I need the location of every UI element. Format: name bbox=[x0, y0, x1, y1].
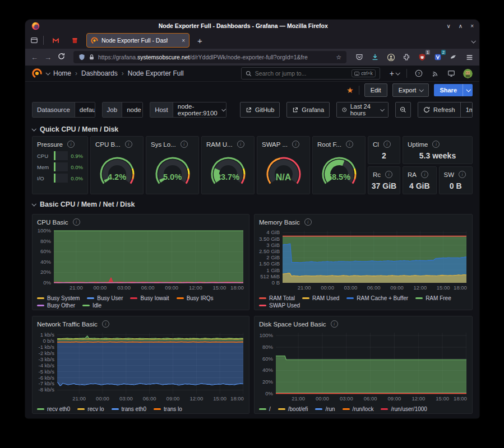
legend-item[interactable]: recv lo bbox=[77, 406, 104, 412]
info-icon[interactable]: i bbox=[73, 218, 80, 226]
grafana-link-button[interactable]: Grafana bbox=[286, 102, 330, 118]
legend-label[interactable]: /boot/efi bbox=[288, 406, 308, 412]
legend-item[interactable]: RAM Cache + Buffer bbox=[346, 295, 408, 301]
reload-icon[interactable] bbox=[58, 53, 65, 62]
legend-label[interactable]: Busy Iowait bbox=[140, 295, 169, 301]
tab-close-icon[interactable]: × bbox=[182, 38, 185, 44]
share-button[interactable]: Share bbox=[434, 84, 473, 96]
legend-label[interactable]: recv lo bbox=[87, 406, 104, 412]
section-quick[interactable]: Quick CPU / Mem / Disk bbox=[32, 123, 473, 136]
legend-label[interactable]: trans lo bbox=[164, 406, 182, 412]
pocket-icon[interactable] bbox=[355, 53, 364, 62]
search-box[interactable]: ctrl+k bbox=[241, 67, 380, 80]
share-chevron-icon[interactable] bbox=[463, 84, 473, 96]
refresh-button[interactable]: Refresh bbox=[418, 102, 460, 117]
bookmark-star-icon[interactable]: ☆ bbox=[336, 54, 341, 61]
info-icon[interactable]: i bbox=[181, 141, 188, 148]
firefox-view-icon[interactable] bbox=[30, 36, 39, 45]
legend-label[interactable]: RAM Total bbox=[269, 295, 295, 301]
bitwarden-icon[interactable]: 2 bbox=[433, 53, 442, 62]
legend-label[interactable]: /run/lock bbox=[353, 406, 374, 412]
datasource-picker[interactable]: Datasource default bbox=[32, 102, 95, 118]
help-icon[interactable]: ? bbox=[414, 69, 423, 78]
forward-icon[interactable]: → bbox=[44, 53, 52, 62]
legend-item[interactable]: RAM Total bbox=[259, 295, 295, 301]
legend-item[interactable]: Busy User bbox=[87, 295, 123, 301]
refresh-interval-select[interactable]: 1m bbox=[460, 102, 473, 117]
github-link-button[interactable]: GitHub bbox=[240, 102, 280, 118]
list-tabs-chevron-icon[interactable] bbox=[471, 35, 475, 45]
legend-item[interactable]: Busy System bbox=[37, 295, 80, 301]
legend-label[interactable]: trans eth0 bbox=[122, 406, 146, 412]
lock-icon[interactable] bbox=[89, 54, 95, 60]
legend-item[interactable]: /run bbox=[315, 406, 335, 412]
host-picker[interactable]: Host node-exporter:9100 bbox=[150, 102, 226, 118]
breadcrumb-home[interactable]: Home bbox=[53, 69, 71, 77]
info-icon[interactable]: i bbox=[346, 141, 353, 148]
url-bar[interactable]: https://grafana.systemsobscure.net/d/rYd… bbox=[73, 51, 346, 63]
legend-label[interactable]: RAM Used bbox=[312, 295, 339, 301]
info-icon[interactable]: i bbox=[237, 141, 244, 148]
edit-button[interactable]: Edit bbox=[364, 83, 387, 97]
org-switcher-chevron-icon[interactable] bbox=[45, 71, 50, 75]
legend-label[interactable]: /run bbox=[325, 406, 335, 412]
legend-item[interactable]: /run/user/1000 bbox=[381, 406, 427, 412]
pinned-tab-red-app[interactable] bbox=[67, 34, 82, 47]
misc-extension-icon[interactable] bbox=[449, 53, 458, 62]
maximize-button[interactable]: ∧ bbox=[459, 23, 463, 29]
legend-label[interactable]: / bbox=[269, 406, 271, 412]
legend-label[interactable]: SWAP Used bbox=[269, 302, 300, 309]
downloads-icon[interactable] bbox=[371, 53, 380, 62]
favorite-star-icon[interactable]: ★ bbox=[346, 86, 354, 95]
legend-label[interactable]: recv eth0 bbox=[47, 406, 70, 412]
grafana-logo-icon[interactable] bbox=[32, 68, 42, 78]
monitor-icon[interactable] bbox=[447, 69, 456, 78]
legend-label[interactable]: Busy Other bbox=[47, 302, 75, 309]
time-range-picker[interactable]: Last 24 hours bbox=[336, 102, 389, 118]
pinned-tab-gmail[interactable] bbox=[48, 34, 63, 47]
legend-item[interactable]: Idle bbox=[82, 302, 101, 309]
chart-plot[interactable]: 0 B512 MiB1 GiB1.50 GiB2 GiB2.50 GiB3 Gi… bbox=[257, 228, 469, 293]
active-tab[interactable]: Node Exporter Full - Dashbo × bbox=[86, 33, 189, 48]
legend-item[interactable]: RAM Free bbox=[415, 295, 451, 301]
legend-label[interactable]: RAM Cache + Buffer bbox=[357, 295, 408, 301]
window-titlebar[interactable]: Node Exporter Full - Dashboards - Grafan… bbox=[25, 20, 479, 32]
chart-plot[interactable]: 1 kb/s0 b/s-1 kb/s-2 kb/s-3 kb/s-4 kb/s-… bbox=[35, 330, 246, 404]
chart-plot[interactable]: 0%20%40%60%80%100%21:0000:0003:0006:0009… bbox=[35, 228, 246, 293]
breadcrumb-dashboards[interactable]: Dashboards bbox=[81, 69, 118, 77]
extensions-puzzle-icon[interactable] bbox=[402, 53, 411, 62]
legend-item[interactable]: Busy IRQs bbox=[177, 295, 214, 301]
info-icon[interactable]: i bbox=[459, 171, 466, 178]
legend-label[interactable]: /run/user/1000 bbox=[391, 406, 427, 412]
ublock-icon[interactable]: 1 bbox=[418, 53, 427, 62]
account-icon[interactable] bbox=[386, 53, 395, 62]
chart-plot[interactable]: 0%20%40%60%80%100%21:0000:0003:0006:0009… bbox=[257, 330, 469, 404]
tracking-shield-icon[interactable] bbox=[78, 54, 85, 60]
legend-label[interactable]: RAM Free bbox=[426, 295, 451, 301]
legend-item[interactable]: /run/lock bbox=[343, 406, 374, 412]
legend-label[interactable]: Busy User bbox=[97, 295, 123, 301]
news-rss-icon[interactable] bbox=[431, 69, 440, 78]
legend-label[interactable]: Idle bbox=[93, 302, 101, 309]
section-basic[interactable]: Basic CPU / Mem / Net / Disk bbox=[32, 198, 473, 211]
legend-label[interactable]: Busy IRQs bbox=[187, 295, 214, 301]
legend-item[interactable]: recv eth0 bbox=[37, 406, 70, 412]
export-button[interactable]: Export bbox=[392, 83, 429, 97]
info-icon[interactable]: i bbox=[125, 141, 132, 148]
info-icon[interactable]: i bbox=[304, 218, 312, 226]
info-icon[interactable]: i bbox=[292, 141, 299, 148]
legend-item[interactable]: SWAP Used bbox=[259, 302, 300, 309]
info-icon[interactable]: i bbox=[67, 141, 75, 148]
info-icon[interactable]: i bbox=[432, 141, 440, 148]
legend-item[interactable]: trans lo bbox=[154, 406, 182, 412]
legend-label[interactable]: Busy System bbox=[47, 295, 80, 301]
legend-item[interactable]: /boot/efi bbox=[278, 406, 308, 412]
legend-item[interactable]: Busy Iowait bbox=[130, 295, 169, 301]
info-icon[interactable]: i bbox=[383, 141, 391, 148]
info-icon[interactable]: i bbox=[102, 320, 109, 328]
legend-item[interactable]: Busy Other bbox=[37, 302, 75, 309]
legend-item[interactable]: trans eth0 bbox=[112, 406, 146, 412]
back-icon[interactable]: ← bbox=[31, 53, 38, 62]
info-icon[interactable]: i bbox=[331, 320, 338, 328]
search-input[interactable] bbox=[255, 70, 348, 77]
